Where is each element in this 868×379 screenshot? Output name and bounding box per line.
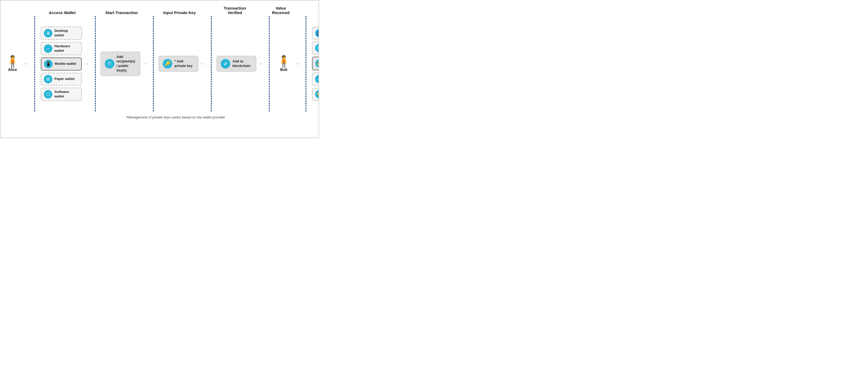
arrow-2: → (84, 60, 89, 67)
arrow-6: → (294, 60, 300, 67)
payment-icon: ↔$ (315, 75, 319, 83)
tx-verified-icon: ✔ (221, 59, 230, 69)
header-input-private-key: Input Private Key (160, 10, 199, 15)
header-value-received: Value Received (270, 6, 291, 15)
software-wallet-label: Software wallet (55, 90, 79, 99)
arrow-5: → (257, 60, 263, 67)
arrow-4: → (199, 60, 205, 67)
cashout-payment: ↔$ Payment processor (312, 72, 319, 86)
alice-label: Alice (8, 67, 17, 72)
wallet-mobile: 📱 Mobile wallet (41, 57, 82, 71)
diagram-container: Access Wallet Start Transaction Input Pr… (3, 6, 316, 119)
p2p-icon: 🤝 (315, 90, 319, 99)
dashed-line-2 (95, 16, 96, 111)
tx-verified-box: ✔ Add to blockchain (216, 56, 256, 72)
dashed-line-5 (269, 16, 270, 111)
input-key-label: * Add private key (175, 59, 194, 68)
header-transaction-verified: Transaction Verified (218, 6, 252, 15)
wallet-column: 🖥 Desktop wallet ↔ Hardware wallet 📱 Mob… (40, 27, 83, 101)
wallet-hardware: ↔ Hardware wallet (41, 42, 82, 55)
wallet-paper: ⊞ Paper wallet (41, 73, 82, 85)
start-transaction-box: ⏱ Add recipient(s) / public key(s) (100, 51, 141, 76)
header-start-transaction: Start Transaction (101, 10, 142, 15)
cashout-gift: 💳 Gift or debit card (312, 57, 319, 70)
input-key-icon: 🔑 (163, 59, 172, 69)
arrow-1: → (23, 60, 29, 67)
dashed-line-3 (153, 16, 154, 111)
mobile-wallet-label: Mobile wallet (55, 62, 76, 66)
software-wallet-icon: 🖵 (44, 90, 52, 99)
input-key-column: 🔑 * Add private key (158, 56, 198, 72)
cashout-kiosk: 🏧 Crypto Kiosks (312, 27, 319, 40)
cashout-p2p: 🤝 P2P Exchange (312, 88, 319, 101)
paper-wallet-label: Paper wallet (55, 77, 75, 81)
wallet-software: 🖵 Software wallet (41, 88, 82, 101)
tx-verified-column: ✔ Add to blockchain (216, 56, 256, 72)
tx-verified-label: Add to blockchain (232, 59, 252, 68)
cashout-column: 🏧 Crypto Kiosks 🏛 Exchange 💳 Gift or deb… (311, 27, 319, 101)
cashout-exchange: 🏛 Exchange (312, 42, 319, 55)
dashed-line-1 (34, 16, 35, 111)
kiosk-icon: 🏧 (315, 29, 319, 37)
input-key-box: 🔑 * Add private key (158, 56, 198, 72)
start-transaction-label: Add recipient(s) / public key(s) (117, 55, 136, 73)
mobile-wallet-icon: 📱 (44, 60, 53, 68)
headers-row: Access Wallet Start Transaction Input Pr… (3, 6, 316, 15)
flow-row: 🧍 Alice → 🖥 Desktop wallet ↔ Hardware wa… (3, 16, 316, 111)
arrow-3: → (142, 60, 147, 67)
desktop-wallet-icon: 🖥 (44, 29, 52, 37)
footnote: *Management of private keys varies based… (3, 115, 316, 119)
dashed-line-6 (306, 16, 307, 111)
alice-figure: 🧍 (6, 56, 20, 67)
gift-icon: 💳 (315, 59, 319, 68)
wallet-desktop: 🖥 Desktop wallet (41, 27, 82, 40)
start-transaction-column: ⏱ Add recipient(s) / public key(s) (100, 51, 141, 76)
exchange-icon: 🏛 (315, 44, 319, 52)
hardware-wallet-icon: ↔ (44, 44, 52, 53)
start-transaction-icon: ⏱ (105, 59, 114, 69)
hardware-wallet-label: Hardware wallet (55, 44, 79, 53)
dashed-line-4 (211, 16, 212, 111)
bob-figure: 🧍 (277, 56, 291, 67)
alice-person: 🧍 Alice (3, 56, 22, 72)
bob-label: Bob (280, 67, 287, 72)
desktop-wallet-label: Desktop wallet (55, 29, 79, 38)
header-access-wallet: Access Wallet (41, 10, 84, 15)
paper-wallet-icon: ⊞ (44, 75, 52, 83)
bob-person: 🧍 Bob (274, 56, 293, 72)
